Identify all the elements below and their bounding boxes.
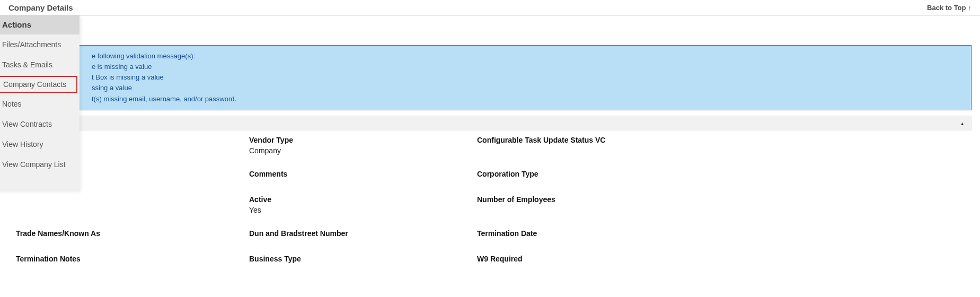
field-w9-required: W9 Required <box>477 255 795 265</box>
actions-menu-header: Actions <box>0 15 80 34</box>
menu-item-company-contacts[interactable]: Company Contacts <box>0 76 77 93</box>
field-trade-names-known-as: Trade Names/Known As <box>16 229 249 240</box>
validation-line: e following validation message(s): <box>92 51 964 62</box>
record-bar: s for this Record <box>12 22 972 38</box>
menu-item-tasks-emails[interactable]: Tasks & Emails <box>0 55 80 75</box>
field-number-of-employees: Number of Employees <box>477 195 795 206</box>
field-termination-notes: Termination Notes <box>16 255 249 265</box>
field-label: Comments <box>249 170 477 178</box>
field-dun-and-bradstreet-number: Dun and Bradstreet Number <box>249 229 477 240</box>
arrow-up-icon: ↑ <box>968 4 972 12</box>
field-termination-date: Termination Date <box>477 229 795 240</box>
field-label: Corporation Type <box>477 170 795 178</box>
field-configurable-task-update-status-vc: Configurable Task Update Status VC <box>477 136 795 146</box>
page-header: Company Details Back to Top ↑ <box>0 0 980 16</box>
validation-line: ssing a value <box>92 83 964 93</box>
page-title: Company Details <box>8 3 73 12</box>
validation-line: e is missing a value <box>92 62 964 72</box>
details-grid: Vendor Type Company Configurable Task Up… <box>12 136 972 265</box>
field-label: Termination Notes <box>16 255 249 263</box>
section-header: ▴ <box>12 116 972 130</box>
field-active: Active Yes <box>249 195 477 214</box>
field-vendor-type: Vendor Type Company <box>249 136 477 155</box>
validation-line: t(s) missing email, username, and/or pas… <box>92 94 964 104</box>
menu-item-view-company-list[interactable]: View Company List <box>0 154 80 174</box>
field-value: Company <box>249 146 477 155</box>
menu-item-notes[interactable]: Notes <box>0 94 80 114</box>
menu-item-view-history[interactable]: View History <box>0 134 80 154</box>
field-label: Configurable Task Update Status VC <box>477 136 795 144</box>
field-corporation-type: Corporation Type <box>477 170 795 180</box>
validation-panel: e following validation message(s): e is … <box>12 45 972 110</box>
field-label: Termination Date <box>477 229 795 238</box>
collapse-up-icon[interactable]: ▴ <box>961 120 964 126</box>
field-label: Active <box>249 195 477 204</box>
field-business-type: Business Type <box>249 255 477 265</box>
field-blank-3 <box>16 195 249 197</box>
field-label: Vendor Type <box>249 136 477 144</box>
back-to-top-link[interactable]: Back to Top ↑ <box>927 4 972 12</box>
field-value: Yes <box>249 206 477 214</box>
field-label: Dun and Bradstreet Number <box>249 229 477 238</box>
field-label: Trade Names/Known As <box>16 229 249 238</box>
field-label: Number of Employees <box>477 195 795 204</box>
menu-item-view-contracts[interactable]: View Contracts <box>0 114 80 134</box>
field-comments: Comments <box>249 170 477 180</box>
back-to-top-label: Back to Top <box>927 4 966 12</box>
field-label: W9 Required <box>477 255 795 263</box>
field-label: Business Type <box>249 255 477 263</box>
menu-item-files-attachments[interactable]: Files/Attachments <box>0 34 80 55</box>
actions-menu: Actions Files/Attachments Tasks & Emails… <box>0 15 80 190</box>
body-area: s for this Record Actions Files/Attachme… <box>0 16 980 276</box>
validation-line: t Box is missing a value <box>92 72 964 83</box>
